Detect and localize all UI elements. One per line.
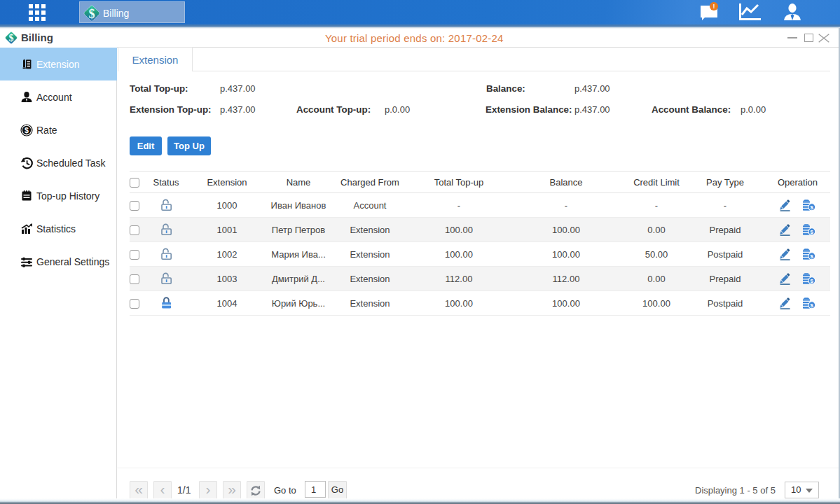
svg-text:$: $ bbox=[811, 278, 814, 284]
svg-text:$: $ bbox=[89, 7, 95, 21]
svg-text:$: $ bbox=[25, 126, 29, 134]
svg-text:$: $ bbox=[811, 302, 814, 309]
svg-text:$: $ bbox=[811, 229, 814, 235]
svg-text:$: $ bbox=[9, 33, 14, 43]
svg-text:$: $ bbox=[811, 204, 814, 211]
svg-text:$: $ bbox=[811, 253, 814, 260]
